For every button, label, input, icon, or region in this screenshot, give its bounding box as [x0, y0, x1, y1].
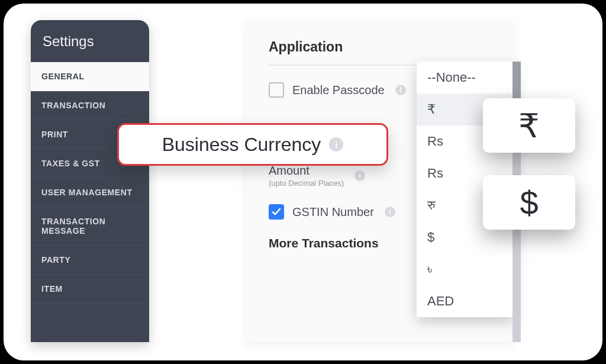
currency-option-none[interactable]: --None--: [417, 62, 515, 94]
info-icon[interactable]: i: [395, 85, 406, 95]
gstin-checkbox[interactable]: [269, 204, 284, 220]
gstin-label: GSTIN Number: [292, 205, 374, 219]
info-icon[interactable]: i: [354, 170, 365, 181]
sidebar-item-party[interactable]: PARTY: [31, 246, 149, 275]
business-currency-callout: Business Currency i: [117, 123, 388, 166]
callout-label: Business Currency: [162, 134, 321, 156]
info-icon[interactable]: i: [329, 137, 343, 152]
currency-chip-rupee: ₹: [483, 98, 575, 153]
sidebar-item-transaction-message[interactable]: TRANSACTION MESSAGE: [31, 207, 149, 246]
sidebar-title: Settings: [31, 20, 149, 62]
currency-chip-dollar: $: [483, 175, 575, 230]
currency-option-aed[interactable]: AED: [417, 285, 515, 317]
sidebar-item-general[interactable]: GENERAL: [31, 62, 149, 91]
sidebar-item-user-management[interactable]: USER MANAGEMENT: [31, 178, 149, 207]
settings-sidebar: Settings GENERAL TRANSACTION PRINT TAXES…: [31, 20, 149, 342]
currency-option-taka[interactable]: ৳: [417, 253, 515, 285]
sidebar-item-transaction[interactable]: TRANSACTION: [31, 91, 149, 120]
info-icon[interactable]: i: [385, 207, 395, 217]
amount-label: Amount: [269, 164, 344, 178]
amount-sublabel: (upto Decimal Places): [269, 179, 344, 188]
enable-passcode-checkbox[interactable]: [269, 82, 284, 98]
sidebar-item-item[interactable]: ITEM: [31, 275, 149, 304]
enable-passcode-label: Enable Passcode: [292, 83, 385, 97]
